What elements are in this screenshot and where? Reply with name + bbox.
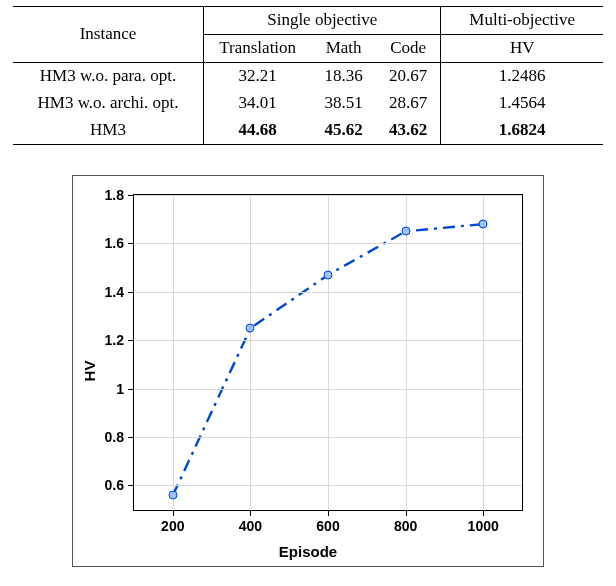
cell-code: 28.67 [376, 90, 441, 117]
table-row: HM3 w.o. para. opt. 32.21 18.36 20.67 1.… [13, 62, 603, 89]
grid-line [406, 195, 407, 510]
cell-math: 18.36 [311, 62, 376, 89]
cell-hv: 1.2486 [441, 62, 603, 89]
x-tick [406, 510, 407, 516]
y-tick [128, 243, 134, 244]
x-tick-label: 600 [316, 518, 339, 534]
y-tick [128, 292, 134, 293]
cell-translation: 44.68 [204, 117, 312, 144]
row-name: HM3 w.o. para. opt. [13, 62, 204, 89]
row-name: HM3 [13, 117, 204, 144]
data-point [168, 491, 177, 500]
plot-area: 0.60.811.21.41.61.82004006008001000 [133, 194, 523, 511]
x-axis-label: Episode [279, 543, 337, 560]
data-point [246, 323, 255, 332]
subheader-translation: Translation [204, 34, 312, 62]
x-tick [173, 510, 174, 516]
row-name: HM3 w.o. archi. opt. [13, 90, 204, 117]
x-tick [483, 510, 484, 516]
cell-translation: 34.01 [204, 90, 312, 117]
y-axis-label: HV [81, 360, 98, 381]
x-tick-label: 400 [239, 518, 262, 534]
hv-chart: HV Episode 0.60.811.21.41.61.82004006008… [72, 175, 544, 567]
x-tick-label: 200 [161, 518, 184, 534]
cell-hv: 1.4564 [441, 90, 603, 117]
header-instance: Instance [13, 7, 204, 63]
y-tick-label: 0.6 [105, 477, 124, 493]
x-tick [250, 510, 251, 516]
y-tick [128, 437, 134, 438]
cell-translation: 32.21 [204, 62, 312, 89]
cell-hv: 1.6824 [441, 117, 603, 144]
y-tick-label: 0.8 [105, 429, 124, 445]
x-tick-label: 800 [394, 518, 417, 534]
y-tick-label: 1.8 [105, 187, 124, 203]
cell-math: 45.62 [311, 117, 376, 144]
data-point [324, 270, 333, 279]
results-table: Instance Single objective Multi-objectiv… [13, 6, 603, 145]
cell-code: 20.67 [376, 62, 441, 89]
table-row: HM3 44.68 45.62 43.62 1.6824 [13, 117, 603, 144]
header-single: Single objective [204, 7, 441, 35]
table: Instance Single objective Multi-objectiv… [13, 6, 603, 145]
grid-line [173, 195, 174, 510]
data-point [401, 227, 410, 236]
table-row: HM3 w.o. archi. opt. 34.01 38.51 28.67 1… [13, 90, 603, 117]
grid-line [250, 195, 251, 510]
subheader-code: Code [376, 34, 441, 62]
cell-code: 43.62 [376, 117, 441, 144]
data-point [479, 219, 488, 228]
y-tick-label: 1 [116, 381, 124, 397]
page-root: Instance Single objective Multi-objectiv… [0, 0, 616, 586]
y-tick [128, 195, 134, 196]
y-tick-label: 1.2 [105, 332, 124, 348]
header-row-1: Instance Single objective Multi-objectiv… [13, 7, 603, 35]
x-tick-label: 1000 [468, 518, 499, 534]
y-tick [128, 340, 134, 341]
y-tick [128, 389, 134, 390]
y-tick-label: 1.4 [105, 284, 124, 300]
header-multi: Multi-objective [441, 7, 603, 35]
subheader-math: Math [311, 34, 376, 62]
x-tick [328, 510, 329, 516]
grid-line [328, 195, 329, 510]
subheader-hv: HV [441, 34, 603, 62]
y-tick-label: 1.6 [105, 235, 124, 251]
grid-line [483, 195, 484, 510]
cell-math: 38.51 [311, 90, 376, 117]
y-tick [128, 485, 134, 486]
